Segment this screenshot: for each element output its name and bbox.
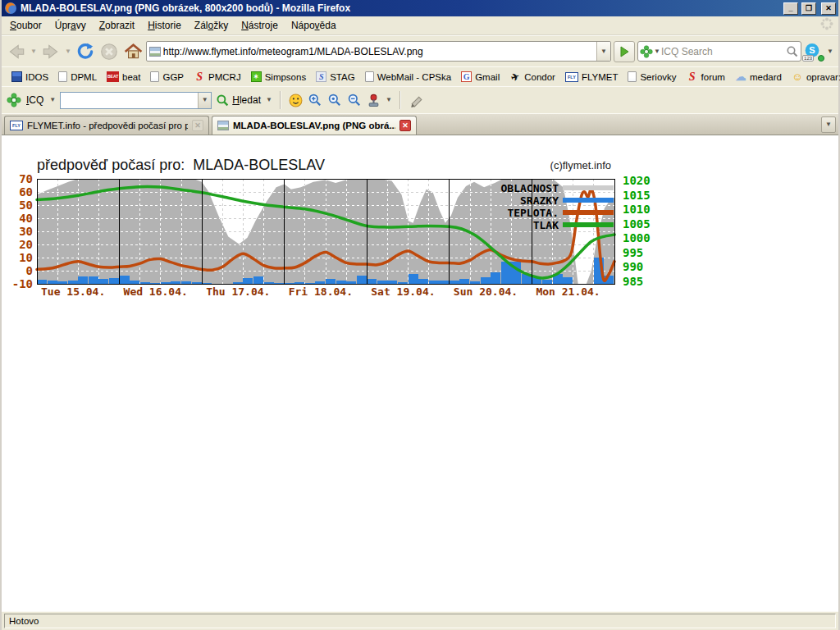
bookmark-flymet[interactable]: FLYFLYMET <box>560 71 623 84</box>
skype-badge: 123 <box>802 55 814 62</box>
svg-text:50: 50 <box>19 199 33 212</box>
reload-icon <box>75 42 95 62</box>
svg-text:-10: -10 <box>12 277 33 290</box>
s-red-icon: S <box>194 71 205 83</box>
bookmark-simpsons[interactable]: ✶Simpsons <box>246 70 312 84</box>
status-bar: Hotovo <box>2 611 838 630</box>
svg-text:SRAZKY: SRAZKY <box>520 194 559 207</box>
restore-button[interactable]: ❐ <box>801 2 816 15</box>
menu-zobrazit[interactable]: Zobrazit <box>93 17 141 34</box>
icq-search-history-dropdown[interactable]: ▼ <box>198 93 211 108</box>
bookmark-label: Gmail <box>475 72 500 82</box>
search-engine-dropdown[interactable]: ▼ <box>653 48 661 55</box>
zoom-reset-icon <box>327 93 342 107</box>
url-history-dropdown[interactable]: ▼ <box>596 42 610 61</box>
search-magnifier-icon[interactable] <box>786 45 799 58</box>
status-panel: Hotovo <box>4 614 836 628</box>
bookmark-seriovky[interactable]: Seriovky <box>623 70 681 84</box>
icq-toolbar: ICQ ▼ ▼ Hledat ▼ <box>2 86 838 113</box>
go-button[interactable] <box>614 41 635 62</box>
bookmark-forum[interactable]: Sforum <box>682 70 730 84</box>
bookmark-beat[interactable]: BEATbeat <box>102 70 145 84</box>
bookmark-pmcrj[interactable]: SPMCRJ <box>189 70 246 84</box>
menu-za-loz-ky[interactable]: Záložky <box>188 17 235 34</box>
icq-search-button[interactable]: Hledat <box>215 93 262 108</box>
zoom-out-button[interactable] <box>346 92 363 108</box>
icq-menu-dropdown[interactable]: ▼ <box>48 97 57 103</box>
svg-text:995: 995 <box>623 246 643 259</box>
smiley-face-icon <box>289 94 303 107</box>
bookmark-opravar[interactable]: ☺opravar:-) <box>787 70 840 84</box>
menu-u-pravy[interactable]: Úpravy <box>48 17 93 34</box>
page-icon <box>150 71 159 82</box>
skype-dropdown[interactable]: ▼ <box>826 48 834 55</box>
bookmark-webmail-cpska[interactable]: WebMail - CPSka <box>360 70 457 84</box>
back-button[interactable] <box>6 41 27 62</box>
eraser-pencil-icon <box>409 94 424 107</box>
s-red-icon: S <box>687 71 698 83</box>
back-dropdown[interactable]: ▼ <box>30 48 38 55</box>
skype-button[interactable]: S 123 <box>804 43 824 61</box>
tab-strip: FLYFLYMET.info - předpovědi počasí pro p… <box>2 113 838 135</box>
bookmark-label: forum <box>701 72 725 82</box>
bookmark-items: IDOSDPMLBEATbeatGGPSPMCRJ✶SimpsonsSSTAGW… <box>7 70 840 84</box>
icq-status-button[interactable] <box>288 93 304 108</box>
tab-list-dropdown[interactable]: ▼ <box>821 116 836 133</box>
separator <box>399 91 401 109</box>
beat-icon: BEAT <box>107 71 119 82</box>
bookmark-idos[interactable]: IDOS <box>7 70 53 84</box>
svg-text:OBLACNOST: OBLACNOST <box>501 182 559 194</box>
menu-historie[interactable]: Historie <box>141 17 188 34</box>
reload-button[interactable] <box>75 41 96 62</box>
bookmark-label: IDOS <box>25 72 48 82</box>
menu-soubor[interactable]: Soubor <box>3 17 48 34</box>
bookmark-medard[interactable]: ☁medard <box>730 70 787 84</box>
status-text: Hotovo <box>9 616 39 626</box>
zoom-reset-button[interactable] <box>326 92 343 108</box>
stag-icon: S <box>316 71 326 82</box>
hledat-dropdown[interactable]: ▼ <box>265 97 273 103</box>
firefox-window: MLADA-BOLESLAV.png (PNG obrázek, 800x200… <box>0 0 840 630</box>
forward-button[interactable] <box>40 41 62 62</box>
svg-text:1005: 1005 <box>623 217 651 231</box>
close-button[interactable]: ✕ <box>821 2 836 15</box>
icq-search-input[interactable] <box>61 94 198 106</box>
menu-items: SouborÚpravyZobrazitHistorieZáložkyNástr… <box>3 17 343 34</box>
svg-text:Mon 21.04.: Mon 21.04. <box>536 285 600 298</box>
bookmark-condor[interactable]: ✈Condor <box>504 70 560 84</box>
bookmark-ggp[interactable]: GGP <box>145 70 189 84</box>
clear-button[interactable] <box>408 93 425 108</box>
fly-icon: FLY <box>10 121 23 130</box>
url-input[interactable] <box>161 46 596 57</box>
games-button[interactable] <box>366 93 381 108</box>
svg-text:30: 30 <box>19 225 33 238</box>
games-dropdown[interactable]: ▼ <box>385 97 393 103</box>
forward-dropdown[interactable]: ▼ <box>64 48 72 55</box>
meteogram-figure: předpověď počasí pro: MLADA-BOLESLAV(c)f… <box>6 152 662 316</box>
menu-na-pove-da[interactable]: Nápověda <box>285 17 343 34</box>
gmail-icon: G <box>461 71 472 82</box>
tab-close-button[interactable]: ✕ <box>399 120 411 131</box>
joystick-icon <box>367 94 381 107</box>
tab-label: MLADA-BOLESLAV.png (PNG obrá... <box>233 121 395 130</box>
svg-text:70: 70 <box>19 172 33 185</box>
icq-menu-button[interactable]: ICQ <box>25 94 45 106</box>
icq-search-field: ▼ <box>60 92 212 109</box>
bookmark-stag[interactable]: SSTAG <box>311 70 359 84</box>
menu-na-stroje[interactable]: Nástroje <box>235 17 285 34</box>
minimize-button[interactable]: _ <box>783 2 798 15</box>
svg-text:Sun 20.04.: Sun 20.04. <box>454 285 518 298</box>
tab-flymet-info-pr-ed[interactable]: FLYFLYMET.info - předpovědi počasí pro p… <box>4 116 209 135</box>
zoom-in-button[interactable] <box>307 92 323 108</box>
bookmark-dpml[interactable]: DPML <box>53 70 102 84</box>
bookmark-label: DPML <box>71 72 97 82</box>
home-button[interactable] <box>122 41 144 62</box>
tab-close-button[interactable]: ✕ <box>192 120 203 131</box>
tab-mlada-boleslav-png[interactable]: MLADA-BOLESLAV.png (PNG obrá...✕ <box>212 116 417 135</box>
stop-button[interactable] <box>98 41 120 62</box>
zoom-out-icon <box>347 93 362 107</box>
search-input[interactable] <box>661 46 786 57</box>
simpsons-icon: ✶ <box>251 71 262 82</box>
search-box: ▼ <box>637 41 801 62</box>
bookmark-gmail[interactable]: GGmail <box>456 70 504 84</box>
